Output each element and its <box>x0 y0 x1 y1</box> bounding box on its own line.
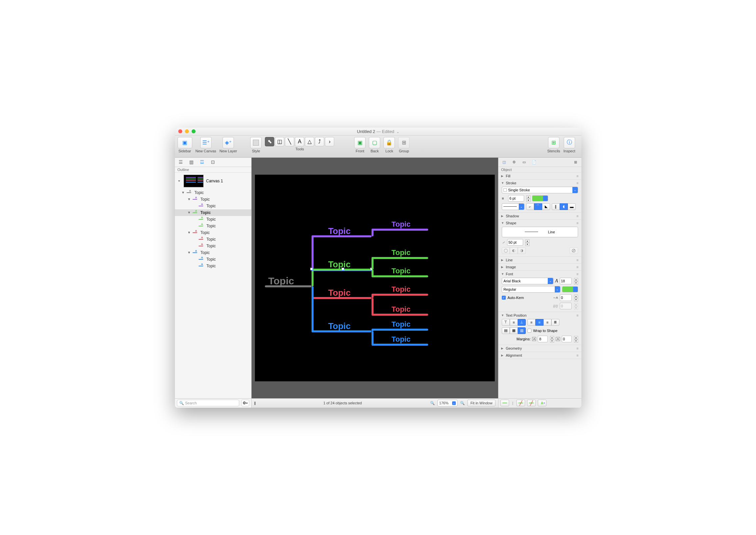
font-color-swatch[interactable] <box>562 286 578 292</box>
outline-item[interactable]: ATopic <box>175 216 251 223</box>
layout-resize[interactable]: ▥ <box>518 327 526 334</box>
corner-radius-stepper[interactable]: ▴▾ <box>525 239 529 245</box>
halign-right[interactable]: ≡ <box>543 319 551 326</box>
stroke-type-select[interactable]: Single Stroke ⌄ <box>502 187 578 193</box>
stroke-dash-select[interactable]: ⌄ <box>502 203 524 210</box>
connector[interactable] <box>312 286 314 331</box>
layout-clip[interactable]: ▦ <box>510 327 518 334</box>
style-button[interactable] <box>250 137 262 148</box>
connector[interactable] <box>372 314 428 316</box>
selection-tab[interactable]: ⊡ <box>210 159 216 165</box>
margin-v-input[interactable]: 0 <box>562 336 572 342</box>
leaf-label[interactable]: Topic <box>391 220 410 229</box>
geometry-header[interactable]: ▶Geometry≡ <box>501 346 579 350</box>
menu-icon[interactable]: ≡ <box>576 181 578 185</box>
cap-butt[interactable]: ‖ <box>552 203 560 210</box>
new-canvas-button[interactable]: ☰⁺ <box>200 137 212 148</box>
outline-item[interactable]: ▼ATopic <box>175 209 251 216</box>
valign-top[interactable]: ⊤ <box>502 319 510 326</box>
sidebar-button[interactable]: ▣ <box>178 137 192 148</box>
stroke-width-stepper[interactable]: ▴▾ <box>526 195 530 201</box>
line-tool[interactable]: ╲ <box>285 137 294 146</box>
wrap-checkbox[interactable] <box>527 329 531 333</box>
guides-tab[interactable]: ▥ <box>188 159 195 165</box>
shape-op-3[interactable]: ◑ <box>518 247 526 254</box>
menu-icon[interactable]: ≡ <box>576 221 578 225</box>
font-panel-icon[interactable]: A <box>555 278 558 284</box>
selection-tool[interactable]: ⬉ <box>265 137 274 146</box>
connector[interactable] <box>372 331 374 345</box>
object-tab[interactable]: ◫ <box>500 158 508 166</box>
outline-tab[interactable]: ☲ <box>199 159 206 165</box>
disclosure-icon[interactable]: ▼ <box>182 191 185 194</box>
connector[interactable] <box>372 275 428 277</box>
fit-window-button[interactable]: Fit in Window <box>467 400 495 406</box>
sidebar-settings-button[interactable]: ⚙▾ <box>241 400 249 406</box>
layout-overflow[interactable]: ▤ <box>502 327 510 334</box>
bring-front-button[interactable]: ▣ <box>354 137 366 148</box>
style-chip-current[interactable] <box>500 400 509 406</box>
style-chip-2[interactable]: ╱ <box>527 400 536 406</box>
shape-well[interactable]: Line <box>502 227 578 237</box>
document-tab[interactable]: 📄 <box>530 158 538 166</box>
menu-icon[interactable]: ≡ <box>576 265 578 269</box>
stencils-button[interactable]: ⊞ <box>548 137 559 148</box>
canvas-tab[interactable]: ▭ <box>520 158 528 166</box>
outline-item[interactable]: ▼ATopic <box>175 249 251 256</box>
menu-icon[interactable]: ≡ <box>576 272 578 276</box>
selection-handle[interactable] <box>310 268 313 270</box>
kern-stepper[interactable]: ▴▾ <box>574 295 578 301</box>
outline-item[interactable]: ATopic <box>175 256 251 263</box>
lock-button[interactable]: 🔒 <box>383 137 395 148</box>
branch-label[interactable]: Topic <box>328 226 351 236</box>
font-size-input[interactable]: 18 <box>560 278 572 284</box>
diagram-tool[interactable]: ⤴ <box>315 137 324 146</box>
stroke-width-input[interactable]: 6 pt <box>508 195 524 202</box>
connector[interactable] <box>372 294 428 296</box>
connector[interactable] <box>312 270 314 286</box>
inspect-button[interactable]: ⓘ <box>564 137 575 148</box>
autokern-checkbox[interactable]: ✓ <box>502 296 506 300</box>
halign-center[interactable]: ≡ <box>535 319 543 326</box>
zoom-button[interactable] <box>192 129 196 133</box>
group-button[interactable]: ⊞ <box>398 137 409 148</box>
style-chip-3[interactable]: A✦ <box>538 400 546 406</box>
corner-miter[interactable]: ⌐ <box>526 203 534 210</box>
grid-toggle[interactable]: ⊞ <box>572 158 579 166</box>
text-position-header[interactable]: ▼Text Position≡ <box>501 313 579 317</box>
connector[interactable] <box>372 329 428 331</box>
disclosure-icon[interactable]: ▼ <box>188 197 191 201</box>
canvas-item[interactable]: ▾ Canvas 1 <box>175 173 251 189</box>
shape-tool[interactable]: ◫ <box>275 137 284 146</box>
corner-round[interactable]: ⌒ <box>534 203 542 210</box>
zoom-select[interactable]: 176% ⌄ <box>437 400 457 406</box>
selection-handle[interactable] <box>342 268 344 270</box>
halign-left[interactable]: ≡ <box>527 319 535 326</box>
outline-item[interactable]: ▼ATopic <box>175 196 251 203</box>
margin-h-input[interactable]: 8 <box>538 336 548 342</box>
leaf-label[interactable]: Topic <box>391 285 410 294</box>
pen-tool[interactable]: △ <box>305 137 314 146</box>
menu-icon[interactable]: ≡ <box>576 214 578 218</box>
style-chip-1[interactable]: ╱ <box>516 400 525 406</box>
minimize-button[interactable] <box>185 129 189 133</box>
halign-justify[interactable]: ≣ <box>551 319 559 326</box>
branch-label[interactable]: Topic <box>328 288 351 298</box>
search-input[interactable]: 🔍 Search <box>177 400 239 406</box>
disclosure-icon[interactable]: ▾ <box>178 179 181 183</box>
line-header[interactable]: ▶Line≡ <box>501 258 579 262</box>
menu-icon[interactable]: ≡ <box>576 174 578 178</box>
new-layer-button[interactable]: ◈⁺ <box>223 137 234 148</box>
stroke-header[interactable]: ▼Stroke≡ <box>501 181 579 185</box>
leaf-label[interactable]: Topic <box>391 305 410 314</box>
disclosure-icon[interactable]: ▼ <box>188 211 191 214</box>
zoom-in-button[interactable]: 🔍 <box>460 401 465 405</box>
margin-h-stepper[interactable]: ▴▾ <box>550 336 554 342</box>
properties-tab[interactable]: ⚙ <box>510 158 518 166</box>
root-label[interactable]: Topic <box>268 275 294 287</box>
valign-bottom[interactable]: ⊥ <box>518 319 526 326</box>
shadow-header[interactable]: ▶Shadow≡ <box>501 214 579 218</box>
alignment-header[interactable]: ▶Alignment≡ <box>501 353 579 357</box>
corner-bevel[interactable]: ◣ <box>542 203 550 210</box>
cap-square[interactable]: ▬ <box>568 203 576 210</box>
